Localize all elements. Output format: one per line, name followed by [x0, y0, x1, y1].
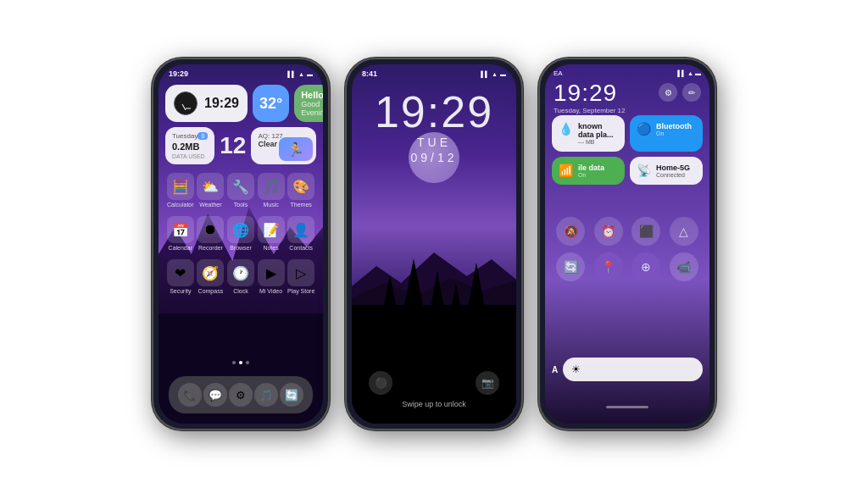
app-row-3: ❤ Security 🧭 Compass 🕐 Clock ▶ Mi Video: [165, 259, 316, 294]
cc-tile-row-1: 💧 known data pla... --- MB 🔵 Bluetooth O…: [552, 115, 703, 152]
cc-wifi-icon: ▲: [687, 70, 693, 76]
status-icons-1: ▌▌ ▲ ▬: [287, 71, 313, 77]
lock-flashlight-btn[interactable]: ⚫: [369, 371, 392, 395]
cc-screen-btn[interactable]: ⬛: [632, 217, 660, 246]
app-browser[interactable]: 🌐 Browser: [225, 216, 256, 251]
wifi-tile-sub: Connected: [656, 172, 696, 178]
app-recorder-label: Recorder: [198, 245, 223, 251]
app-contacts[interactable]: 👤 Contacts: [286, 216, 316, 251]
cc-tiles: 💧 known data pla... --- MB 🔵 Bluetooth O…: [552, 115, 703, 190]
app-clock-label: Clock: [233, 288, 248, 294]
data-tile-title: known data pla...: [578, 122, 618, 139]
playstore-icon: ▷: [287, 259, 314, 286]
data-date: 12: [220, 134, 246, 158]
cc-tile-mobile[interactable]: 📶 ile data On: [552, 157, 625, 185]
cc-location-btn[interactable]: 📍: [594, 252, 623, 281]
widget-runner[interactable]: AQ: 127 Clear 🏃: [251, 127, 316, 164]
dot-2-active: [239, 361, 242, 364]
widget-greeting[interactable]: Hello, Good Evening: [294, 85, 323, 122]
calculator-icon: 🧮: [167, 173, 194, 200]
wifi-tile-icon: 📡: [637, 164, 651, 177]
cc-camera2-btn[interactable]: 📹: [670, 252, 698, 281]
lock-status-time: 8:41: [362, 69, 377, 78]
dock-messages[interactable]: 💬: [203, 383, 227, 407]
data-amount: 0.2MB: [172, 141, 208, 152]
phone-3-controlcenter: EA ▌▌ ▲ ▬ 19:29 Tuesday, September 12 ⚙ …: [538, 58, 716, 430]
cc-time: 19:29: [554, 80, 626, 107]
app-music[interactable]: 🎵 Music: [256, 173, 287, 208]
runner-figure: 🏃: [279, 137, 313, 161]
dock-phone[interactable]: 📞: [178, 383, 202, 407]
cc-edit-btn[interactable]: ✏: [682, 83, 701, 102]
page-dots: [159, 361, 323, 364]
app-mivideo-label: Mi Video: [259, 288, 282, 294]
app-themes-label: Themes: [291, 202, 312, 208]
app-weather[interactable]: ⛅ Weather: [196, 173, 226, 208]
bluetooth-tile-sub: On: [656, 130, 696, 136]
cc-tile-row-2: 📶 ile data On 📡 Home-5G Connected: [552, 157, 703, 185]
bluetooth-tile-info: Bluetooth On: [656, 122, 696, 136]
app-notes[interactable]: 📝 Notes: [256, 216, 287, 251]
dock-refresh[interactable]: 🔄: [280, 383, 303, 407]
app-calculator[interactable]: 🧮 Calculator: [165, 173, 196, 208]
widget-temperature[interactable]: 32°: [253, 85, 289, 122]
cc-top-buttons: ⚙ ✏: [659, 83, 701, 102]
app-browser-label: Browser: [230, 245, 252, 251]
lock-status-icons: ▌▌ ▲ ▬: [481, 71, 506, 77]
widget-clock[interactable]: 19:29: [165, 85, 248, 122]
status-time-1: 19:29: [169, 69, 188, 78]
mobile-tile-info: ile data On: [578, 164, 618, 178]
battery-icon: ▬: [307, 71, 313, 77]
app-mivideo[interactable]: ▶ Mi Video: [256, 259, 287, 294]
cc-brightness-bar[interactable]: ☀: [563, 358, 703, 381]
app-clock[interactable]: 🕐 Clock: [225, 259, 256, 294]
lock-controls: ⚫ 📷: [352, 371, 516, 395]
app-calculator-label: Calculator: [167, 202, 194, 208]
cc-carrier: EA: [554, 69, 563, 77]
cc-tile-wifi[interactable]: 📡 Home-5G Connected: [630, 157, 703, 185]
cc-rotate-btn[interactable]: 🔄: [556, 252, 585, 281]
lock-camera-btn[interactable]: 📷: [476, 371, 499, 395]
cc-tile-bluetooth[interactable]: 🔵 Bluetooth On: [630, 115, 703, 152]
app-compass[interactable]: 🧭 Compass: [196, 259, 226, 294]
widget-row-1: 19:29 32° Hello, Good Evening: [165, 85, 316, 122]
app-playstore[interactable]: ▷ Play Store: [286, 259, 316, 294]
app-recorder[interactable]: ⏺ Recorder: [196, 216, 226, 251]
dot-3: [246, 361, 249, 364]
themes-icon: 🎨: [287, 173, 314, 200]
lock-date-line2: 09/12: [352, 151, 516, 164]
dock-music2[interactable]: 🎵: [254, 383, 278, 407]
lock-hint: Swipe up to unlock: [402, 400, 466, 408]
cc-tile-data[interactable]: 💧 known data pla... --- MB: [552, 115, 625, 152]
cc-bright-a-label: A: [552, 365, 558, 374]
dock-settings[interactable]: ⚙: [229, 383, 253, 407]
app-security[interactable]: ❤ Security: [165, 259, 196, 294]
app-tools-label: Tools: [234, 202, 248, 208]
wifi-icon: ▲: [298, 71, 304, 77]
app-notes-label: Notes: [263, 245, 278, 251]
cc-settings-btn[interactable]: ⚙: [659, 83, 677, 102]
status-bar-2: 8:41 ▌▌ ▲ ▬: [352, 64, 516, 83]
app-row-2: 📅 Calendar ⏺ Recorder 🌐 Browser 📝 Notes: [165, 216, 316, 251]
app-tools[interactable]: 🔧 Tools: [225, 173, 256, 208]
widget-data[interactable]: Tuesday 0 0.2MB DATA USED: [165, 127, 214, 164]
widgets-area: 19:29 32° Hello, Good Evening Tuesday: [165, 85, 316, 169]
app-calendar[interactable]: 📅 Calendar: [165, 216, 196, 251]
app-music-label: Music: [263, 202, 278, 208]
app-weather-label: Weather: [199, 202, 221, 208]
data-tile-info: known data pla... --- MB: [578, 122, 618, 145]
calendar-icon: 📅: [167, 216, 194, 243]
cc-hotspot-btn[interactable]: ⊕: [632, 252, 660, 281]
notes-icon: 📝: [258, 216, 285, 243]
cc-nfc-btn[interactable]: △: [670, 217, 698, 246]
controlcenter-bg: EA ▌▌ ▲ ▬ 19:29 Tuesday, September 12 ⚙ …: [545, 64, 709, 424]
cc-alarm-btn[interactable]: ⏰: [594, 217, 623, 246]
weather-icon: ⛅: [197, 173, 224, 200]
app-themes[interactable]: 🎨 Themes: [286, 173, 316, 208]
lock-signal-icon: ▌▌: [481, 71, 489, 77]
cc-signal-icon: ▌▌: [677, 70, 686, 76]
phone-2-lockscreen: 8:41 ▌▌ ▲ ▬ 19:29 TUE 09/12: [345, 58, 523, 430]
brightness-icon: ☀: [571, 363, 581, 375]
lock-time-display: 19:29 TUE 09/12: [352, 90, 516, 164]
cc-mute-btn[interactable]: 🔕: [556, 217, 585, 246]
